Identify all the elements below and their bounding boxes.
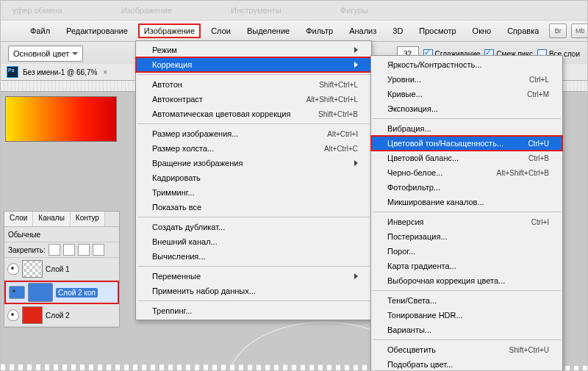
image-menu-item[interactable]: Коррекция — [136, 57, 371, 72]
layer-thumb — [22, 260, 43, 278]
image-menu-item[interactable]: Применить набор данных... — [136, 284, 371, 298]
tab-paths[interactable]: Контур — [71, 212, 105, 226]
adjust-menu-item[interactable]: Черно-белое...Alt+Shift+Ctrl+B — [371, 165, 562, 180]
menu-item-label: Обесцветить — [387, 345, 436, 354]
menu-item-label: Тени/Света... — [387, 296, 437, 305]
adjust-menu-item[interactable]: Выборочная коррекция цвета... — [371, 273, 562, 288]
tab-layers[interactable]: Слои — [4, 212, 33, 226]
menu-select[interactable]: Выделение — [241, 24, 295, 38]
menu-view[interactable]: Просмотр — [413, 24, 462, 38]
menu-item-label: Тримминг... — [152, 188, 195, 197]
layer-row-selected[interactable]: Слой 2 коп — [4, 281, 119, 304]
menu-window[interactable]: Окно — [467, 24, 498, 38]
lock-position-icon[interactable] — [78, 244, 90, 256]
layer-name: Слой 1 — [46, 265, 70, 273]
menu-layers[interactable]: Слои — [205, 24, 237, 38]
image-menu-item[interactable]: АвтоконтрастAlt+Shift+Ctrl+L — [136, 92, 371, 107]
menu-item-label: Кривые... — [387, 90, 423, 98]
menu-separator — [373, 290, 561, 291]
lock-label: Закрепить: — [8, 246, 46, 254]
menu-item-label: Карта градиента... — [387, 262, 456, 270]
layer-name: Слой 2 коп — [56, 288, 98, 298]
lock-pixels-icon[interactable] — [63, 244, 75, 256]
adjust-menu-item[interactable]: Порог... — [371, 244, 562, 259]
lock-transparent-icon[interactable] — [49, 244, 60, 256]
lock-all-icon[interactable] — [93, 244, 104, 256]
adjust-menu-item[interactable]: Кривые...Ctrl+M — [371, 87, 562, 101]
tab-channels[interactable]: Каналы — [33, 212, 71, 226]
image-menu-item[interactable]: Размер изображения...Alt+Ctrl+I — [136, 126, 371, 141]
image-menu-item[interactable]: Внешний канал... — [136, 234, 371, 249]
menu-help[interactable]: Справка — [501, 24, 545, 38]
minibridge-button[interactable]: Mb — [571, 24, 588, 38]
adjust-menu-item[interactable]: Цветовой баланс...Ctrl+B — [371, 151, 562, 165]
menu-item-label: Постеризация... — [387, 232, 448, 241]
image-menu-item[interactable]: Автоматическая цветовая коррекцияShift+C… — [136, 107, 371, 121]
menu-item-label: Черно-белое... — [387, 168, 442, 177]
menu-image[interactable]: Изображение — [138, 24, 201, 38]
image-menu-item[interactable]: Вращение изображения — [136, 156, 371, 170]
image-menu-item[interactable]: Переменные — [136, 269, 371, 284]
adjust-menu-item[interactable]: Карта градиента... — [371, 259, 562, 273]
eye-icon[interactable] — [9, 286, 25, 299]
close-icon[interactable]: × — [103, 68, 107, 76]
layers-panel-tabs: Слои Каналы Контур — [4, 212, 119, 227]
menu-item-label: Треппинг... — [152, 306, 192, 315]
menu-filter[interactable]: Фильтр — [300, 24, 339, 38]
canvas[interactable] — [5, 96, 117, 142]
menu-item-label: Автоматическая цветовая коррекция — [152, 109, 290, 118]
bridge-button[interactable]: Br — [549, 24, 567, 38]
adjust-menu-item[interactable]: Цветовой тон/Насыщенность...Ctrl+U — [371, 136, 562, 151]
adjustments-submenu: Яркость/Контрастность...Уровни...Ctrl+LК… — [370, 55, 563, 371]
menu-analysis[interactable]: Анализ — [343, 24, 382, 38]
layer-row[interactable]: Слой 1 — [4, 258, 119, 281]
image-menu-item[interactable]: Размер холста...Alt+Ctrl+C — [136, 141, 371, 156]
adjust-menu-item[interactable]: Варианты... — [371, 323, 562, 337]
adjust-menu-item[interactable]: Уровни...Ctrl+L — [371, 72, 562, 87]
adjust-menu-item[interactable]: Экспозиция... — [371, 101, 562, 116]
adjust-menu-item[interactable]: Постеризация... — [371, 229, 562, 244]
menu-separator — [137, 266, 370, 267]
layer-row[interactable]: Слой 2 — [4, 304, 119, 327]
image-menu-item[interactable]: Треппинг... — [136, 303, 371, 318]
menu-item-shortcut: Shift+Ctrl+B — [318, 110, 358, 118]
menu-separator — [137, 74, 370, 75]
blend-mode-combo[interactable]: Обычные — [8, 231, 40, 239]
foreground-color-combo[interactable]: Основной цвет — [8, 46, 83, 62]
adjust-menu-item[interactable]: Тонирование HDR... — [371, 308, 562, 323]
eye-icon[interactable] — [7, 263, 19, 275]
menu-edit[interactable]: Редактирование — [60, 24, 134, 38]
menu-item-label: Переменные — [152, 272, 201, 281]
image-menu-item[interactable]: Тримминг... — [136, 185, 371, 200]
menu-item-label: Размер холста... — [152, 144, 214, 153]
image-menu-item[interactable]: Создать дубликат... — [136, 220, 371, 234]
menu-item-label: Яркость/Контрастность... — [387, 60, 481, 69]
adjust-menu-item[interactable]: Тени/Света... — [371, 293, 562, 308]
adjust-menu-item[interactable]: ИнверсияCtrl+I — [371, 215, 562, 229]
menu-item-shortcut: Alt+Shift+Ctrl+L — [306, 96, 358, 104]
image-menu-item[interactable]: Режим — [136, 43, 371, 57]
image-menu-item[interactable]: Вычисления... — [136, 249, 371, 264]
image-menu-item[interactable]: Кадрировать — [136, 170, 371, 185]
menu-item-label: Внешний канал... — [152, 237, 218, 246]
eye-icon[interactable] — [7, 309, 19, 321]
adjust-menu-item[interactable]: Микширование каналов... — [371, 195, 562, 209]
menu-item-label: Режим — [152, 46, 177, 54]
menu-separator — [137, 217, 370, 217]
adjust-menu-item[interactable]: Яркость/Контрастность... — [371, 57, 562, 72]
image-menu-item[interactable]: Показать все — [136, 200, 371, 215]
menu-file[interactable]: Файл — [24, 24, 56, 38]
adjust-menu-item[interactable]: Фотофильтр... — [371, 180, 562, 195]
adjust-menu-item[interactable]: Подобрать цвет... — [371, 357, 562, 371]
menu-separator — [373, 212, 561, 212]
layer-name: Слой 2 — [46, 311, 70, 320]
adjust-menu-item[interactable]: Вибрация... — [371, 121, 562, 136]
ghost-tab: Фигуры — [340, 6, 368, 15]
combo-label: Основной цвет — [13, 49, 69, 58]
menu-item-label: Уровни... — [387, 75, 421, 84]
menu-3d[interactable]: 3D — [387, 24, 409, 38]
adjust-menu-item[interactable]: ОбесцветитьShift+Ctrl+U — [371, 342, 562, 357]
image-menu-item[interactable]: АвтотонShift+Ctrl+L — [136, 77, 371, 92]
menu-item-shortcut: Ctrl+B — [528, 154, 549, 162]
menu-item-label: Создать дубликат... — [152, 223, 225, 231]
